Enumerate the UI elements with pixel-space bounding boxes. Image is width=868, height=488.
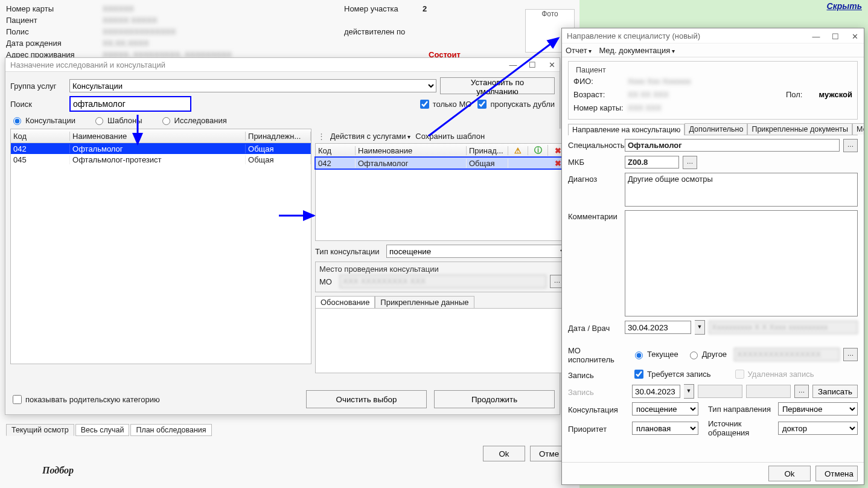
record-picker-button[interactable]: … [794,385,809,398]
tab-additional[interactable]: Дополнительно [685,123,747,135]
record-slot-input[interactable] [746,385,791,398]
remote-record-checkbox: Удаленная запись [733,368,814,380]
warning-icon: ⚠ [508,146,528,155]
podbor-label: Подбор [42,465,74,476]
comment-label: Комментарии [568,210,621,221]
record-label: Запись [568,369,628,380]
continue-button[interactable]: Продолжить [434,390,555,408]
need-record-text: Требуется запись [647,370,711,379]
minimize-icon[interactable]: — [509,60,517,69]
close-icon[interactable]: ✕ [547,60,556,69]
radio-research[interactable]: Исследования [159,115,227,125]
search-input[interactable] [69,96,191,112]
actions-menu[interactable]: Действия с услугами [330,132,410,141]
show-parent-label: показывать родительскую категорию [25,395,160,404]
date-input[interactable] [625,321,691,334]
card-no-label: Номер карты [6,4,103,13]
source-select[interactable]: доктор [778,422,858,435]
group-label: Группа услуг [10,82,66,91]
cell-code: 045 [11,155,70,164]
hide-link[interactable]: Скрыть [827,1,862,11]
table-row[interactable]: 045 Офтальмолог-протезист Общая [11,154,311,165]
radio-mo-other[interactable]: Другое [687,350,727,359]
save-template-link[interactable]: Сохранить шаблон [415,132,485,141]
only-mo-label: только МО [433,100,472,109]
radio-mo-current[interactable]: Текущее [632,350,678,359]
tab-current-exam[interactable]: Текущий осмотр [6,424,74,436]
ok-button[interactable]: Ok [768,466,811,481]
close-icon[interactable]: ✕ [850,32,859,41]
cell-belong: Общая [246,155,311,164]
table-row[interactable]: 042 Офтальмолог Общая ✖ [316,158,568,169]
spec-input[interactable]: Офтальмолог [625,139,840,152]
col-belong[interactable]: Принадлежн... [246,132,311,141]
maximize-icon[interactable]: ☐ [528,60,537,69]
col-belong[interactable]: Принад... [467,146,508,155]
record-time-input[interactable] [698,385,742,398]
record-button[interactable]: Записать [812,385,858,398]
remote-record-text: Удаленная запись [748,370,814,379]
record2-label: Запись [568,386,628,397]
fio-value: Xxxx Xxx Xxxxxxx [628,77,852,86]
radio-templates[interactable]: Шаблоны [92,115,142,125]
radio-consultation[interactable]: Консультации [10,115,75,125]
need-record-checkbox[interactable]: Требуется запись [632,368,711,380]
group-select[interactable]: Консультации [69,79,436,92]
date-dropdown-button[interactable]: ▼ [695,320,705,335]
only-mo-checkbox[interactable]: только МО [418,98,472,111]
menu-meddoc[interactable]: Мед. документация [599,46,675,55]
table-row[interactable]: 042 Офтальмолог Общая [11,143,311,154]
ok-button[interactable]: Ok [483,446,525,461]
policy-label: Полис [6,27,103,36]
tab-attached-docs[interactable]: Прикрепленные документы [747,123,852,135]
clear-button[interactable]: Очистить выбор [306,390,427,408]
minimize-icon[interactable]: — [812,32,820,41]
tab-whole-case[interactable]: Весь случай [75,424,130,436]
record-date-input[interactable] [632,385,680,398]
tab-attached[interactable]: Прикрепленные данные [375,296,474,308]
spec-picker-button[interactable]: … [843,139,858,152]
cons-type-select[interactable]: посещение [386,245,569,258]
cons-type-label: Тип консультации [315,247,383,256]
set-default-button[interactable]: Установить по умолчанию [440,77,555,94]
comment-textarea[interactable] [625,210,858,316]
record-date-dropdown[interactable]: ▼ [684,384,694,399]
basis-textarea[interactable] [315,308,569,373]
diag-textarea[interactable]: Другие общие осмотры [625,173,858,207]
ref-type-select[interactable]: Первичное [778,402,858,416]
sector-value: 2 [423,4,483,13]
col-name[interactable]: Наименование [70,132,246,141]
skip-dups-checkbox[interactable]: пропускать дубли [475,98,555,111]
ref-type-label: Тип направления [708,405,774,414]
cancel-button[interactable]: Отме [530,446,566,461]
assign-dialog: Назначение исследований и консультаций —… [5,57,560,415]
consult-select[interactable]: посещение [632,402,698,416]
show-parent-checkbox[interactable]: показывать родительскую категорию [10,393,299,406]
card-label: Номер карты: [573,103,628,112]
col-name[interactable]: Наименование [356,146,467,155]
patient-label: Пациент [6,16,103,25]
priority-select[interactable]: плановая [632,422,698,435]
place-legend: Место проведения консультации [319,265,564,274]
col-code[interactable]: Код [316,146,356,155]
tab-referral-consult[interactable]: Направление на консультацию [568,124,685,135]
maximize-icon[interactable]: ☐ [831,32,840,41]
mkb-picker-button[interactable]: … [683,156,697,169]
cell-belong: Общая [246,144,311,153]
spec-label: Специальность [568,139,621,150]
priority-label: Приоритет [568,423,628,434]
cell-name: Офтальмолог [356,159,467,168]
card-value: XXX XXX [628,103,852,112]
menu-report[interactable]: Отчет [566,46,592,55]
mkb-input[interactable]: Z00.8 [625,156,679,169]
col-code[interactable]: Код [11,132,70,141]
diag-label: Диагноз [568,173,621,184]
tab-exam-plan[interactable]: План обследования [130,424,211,436]
cancel-button[interactable]: Отмена [815,466,858,481]
age-value: XX XX XXX [628,90,786,99]
cell-name: Офтальмолог-протезист [70,155,246,164]
search-label: Поиск [10,100,66,109]
tab-basis[interactable]: Обоснование [315,296,375,308]
mo-exec-picker-button[interactable]: … [843,348,858,361]
tab-med-doc[interactable]: Мед до [852,123,864,135]
